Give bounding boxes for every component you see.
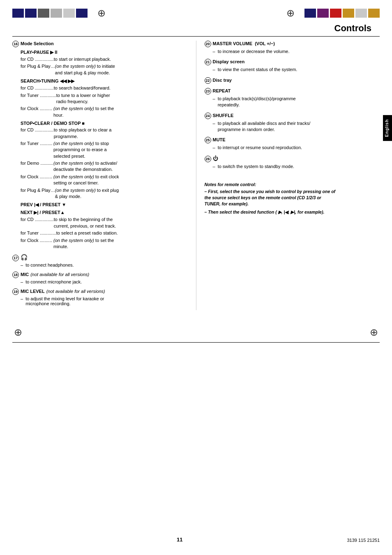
section-17-symbol: 🎧	[21, 254, 28, 260]
product-code: 3139 115 21251	[347, 538, 380, 543]
section-24-title: SHUFFLE	[213, 113, 234, 118]
section-19: 19 MIC LEVEL (not available for all vers…	[12, 288, 188, 306]
section-25-num: 25	[205, 137, 211, 143]
color-block	[12, 9, 24, 18]
prev-next-row-tuner: for Tuner ............. to select a pres…	[21, 230, 188, 236]
section-21-title: Display screen	[213, 59, 245, 64]
search-tuning-row-tuner: for Tuner ............. to tune to a low…	[21, 92, 188, 105]
stop-clear-row-clock: for Clock .......... (on the system only…	[21, 174, 188, 187]
bottom-bar: ⊕ ⊕	[0, 322, 392, 342]
color-block	[51, 9, 62, 18]
section-16-num: 16	[12, 41, 19, 47]
stop-clear-header: STOP•CLEAR / DEMO STOP ■	[21, 121, 188, 126]
color-block	[25, 9, 37, 18]
search-tuning-row-clock: for Clock .......... (on the system only…	[21, 106, 188, 118]
section-23-bullet: – to playback track(s)/disc(s)/programme…	[205, 96, 380, 108]
section-18-desc: – to connect microphone jack.	[12, 279, 188, 284]
section-26-num: 26	[205, 156, 211, 162]
play-pause-section: PLAY•PAUSE ▶ II for CD ............... t…	[12, 50, 188, 76]
page-number: 11	[177, 537, 182, 543]
section-18-num: 18	[12, 272, 19, 278]
color-blocks-left	[12, 9, 88, 18]
section-26-bullet: – to switch the system to standby mode.	[205, 164, 380, 170]
section-20-num: 20	[205, 41, 211, 47]
color-block	[304, 9, 316, 18]
prev-next-row-clock: for Clock .......... (on the system only…	[21, 237, 188, 250]
note-item-2: – Then select the desired function ( ▶, …	[205, 209, 336, 215]
stop-clear-row-plug: for Plug & Play… (on the system only) to…	[21, 187, 188, 200]
top-bar: ⊕ ⊕	[0, 0, 392, 23]
main-content: 16 Mode Selection PLAY•PAUSE ▶ II for CD…	[0, 37, 392, 314]
next-header: NEXT ▶| / PRESET▲	[21, 210, 188, 215]
color-block	[355, 9, 367, 18]
english-tab: English	[383, 115, 392, 141]
stop-clear-section: STOP•CLEAR / DEMO STOP ■ for CD ........…	[12, 121, 188, 200]
color-block	[368, 9, 380, 18]
section-21-bullet: – to view the current status of the syst…	[205, 67, 380, 73]
compass-icon-left: ⊕	[96, 7, 107, 19]
section-25-bullet: – to interrupt or resume sound reproduct…	[205, 145, 380, 151]
color-blocks-right	[304, 9, 380, 18]
left-column: 16 Mode Selection PLAY•PAUSE ▶ II for CD…	[12, 41, 188, 310]
section-22-header: 22 Disc tray	[205, 77, 380, 84]
page-title: Controls	[334, 23, 371, 33]
section-20: 20 MASTER VOLUME (VOL +/−) – to increase…	[205, 41, 380, 55]
section-23: 23 REPEAT – to playback track(s)/disc(s)…	[205, 88, 380, 108]
play-pause-row-plug: for Plug & Play… (on the system only) to…	[21, 63, 188, 76]
section-21-header: 21 Display screen	[205, 59, 380, 65]
stop-clear-row-cd: for CD ............... to stop playback …	[21, 127, 188, 140]
bottom-divider	[12, 342, 380, 343]
color-block	[63, 9, 75, 18]
compass-icon-bottom-right: ⊕	[368, 327, 380, 338]
section-21: 21 Display screen – to view the current …	[205, 59, 380, 73]
section-25-title: MUTE	[213, 137, 226, 142]
section-19-num: 19	[12, 288, 19, 295]
section-17-desc: – to connect headphones.	[12, 263, 188, 267]
section-24-header: 24 SHUFFLE	[205, 113, 380, 119]
section-21-num: 21	[205, 59, 211, 65]
search-tuning-row-cd: for CD ............... to search backwar…	[21, 85, 188, 91]
right-column: 20 MASTER VOLUME (VOL +/−) – to increase…	[196, 41, 380, 310]
section-26-header: 26 ⏻	[205, 155, 380, 162]
compass-icon-bottom-left: ⊕	[12, 327, 24, 338]
section-17-num: 17	[12, 255, 19, 261]
search-tuning-header: SEARCH•TUNING ◀◀ ▶▶	[21, 78, 188, 84]
color-block	[330, 9, 341, 18]
search-tuning-section: SEARCH•TUNING ◀◀ ▶▶ for CD .............…	[12, 78, 188, 118]
section-16: 16 Mode Selection PLAY•PAUSE ▶ II for CD…	[12, 41, 188, 250]
section-18-title: MIC	[21, 272, 29, 277]
section-19-desc: – to adjust the mixing level for karaoke…	[12, 296, 188, 306]
note-item-1: – First, select the source you wish to c…	[205, 189, 336, 207]
color-block	[317, 9, 329, 18]
section-16-title: Mode Selection	[21, 41, 54, 46]
compass-icon-right: ⊕	[285, 7, 296, 19]
prev-next-row-cd: for CD ............... to skip to the be…	[21, 216, 188, 229]
prev-header: PREV |◀ / PRESET ▼	[21, 202, 188, 207]
prev-next-section: PREV |◀ / PRESET ▼ NEXT ▶| / PRESET▲ for…	[12, 202, 188, 250]
play-pause-row-cd: for CD ............... to start or inter…	[21, 56, 188, 62]
notes-title: Notes for remote control:	[205, 182, 336, 187]
section-20-bullet: – to increase or decrease the volume.	[205, 48, 380, 55]
section-17: 17 🎧 – to connect headphones.	[12, 254, 188, 267]
section-22-title: Disc tray	[213, 78, 232, 83]
section-20-title: MASTER VOLUME (VOL +/−)	[213, 41, 275, 46]
section-26: 26 ⏻ – to switch the system to standby m…	[205, 155, 380, 170]
color-block	[38, 9, 49, 18]
color-block	[76, 9, 88, 18]
play-pause-header: PLAY•PAUSE ▶ II	[21, 50, 188, 55]
section-20-header: 20 MASTER VOLUME (VOL +/−)	[205, 41, 380, 47]
stop-clear-row-tuner: for Tuner .......... (on the system only…	[21, 140, 188, 159]
section-22: 22 Disc tray	[205, 77, 380, 84]
section-23-header: 23 REPEAT	[205, 88, 380, 94]
section-23-num: 23	[205, 88, 211, 94]
section-25: 25 MUTE – to interrupt or resume sound r…	[205, 137, 380, 151]
section-26-symbol: ⏻	[213, 155, 218, 161]
page-title-area: Controls	[0, 23, 392, 36]
section-18: 18 MIC (not available for all versions) …	[12, 272, 188, 284]
section-24: 24 SHUFFLE – to playback all available d…	[205, 113, 380, 133]
stop-clear-row-demo: for Demo .......... (on the system only)…	[21, 160, 188, 173]
section-24-num: 24	[205, 113, 211, 119]
footer: 11 3139 115 21251	[0, 537, 392, 543]
section-23-title: REPEAT	[213, 88, 231, 93]
color-block	[343, 9, 354, 18]
